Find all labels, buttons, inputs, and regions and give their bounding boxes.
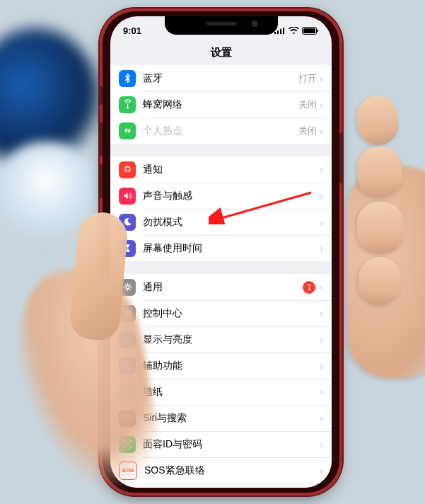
- svg-point-20: [124, 391, 126, 393]
- battery-icon: [302, 27, 319, 35]
- background-decor: [0, 142, 99, 241]
- chevron-right-icon: ›: [320, 217, 323, 228]
- chevron-right-icon: ›: [320, 125, 323, 137]
- row-label: 控制中心: [143, 307, 320, 320]
- chevron-right-icon: ›: [320, 308, 323, 319]
- mute-switch: [98, 86, 103, 105]
- settings-row-bluetooth[interactable]: 蓝牙打开›: [110, 65, 332, 91]
- chevron-right-icon: ›: [320, 413, 323, 424]
- moon-icon: [119, 214, 136, 231]
- svg-point-24: [127, 417, 129, 419]
- row-label: 辅助功能: [143, 360, 320, 372]
- svg-point-17: [127, 391, 129, 393]
- speaker: [206, 22, 237, 25]
- chevron-right-icon: ›: [320, 334, 323, 345]
- settings-row-general[interactable]: 通用1›: [110, 274, 332, 300]
- row-value: 关闭: [298, 98, 317, 111]
- row-label: 个人热点: [143, 125, 298, 137]
- page-title: 设置: [110, 45, 332, 65]
- chevron-right-icon: ›: [320, 465, 323, 476]
- power-button: [339, 132, 344, 183]
- phone-screen: 9:01 设置 蓝牙打开›蜂窝网络关闭›个人热点关闭›通知›声音与触感›勿扰模式…: [110, 16, 332, 488]
- settings-row-wallpaper[interactable]: 墙纸›: [110, 379, 332, 405]
- row-label: 面容ID与密码: [143, 438, 320, 451]
- row-label: 通用: [143, 281, 303, 294]
- wifi-icon: [289, 27, 299, 35]
- phone-frame: 9:01 设置 蓝牙打开›蜂窝网络关闭›个人热点关闭›通知›声音与触感›勿扰模式…: [103, 8, 339, 496]
- siri-icon: [119, 410, 136, 427]
- row-label: 屏幕使用时间: [143, 242, 320, 255]
- notification-badge: 1: [303, 281, 315, 294]
- front-camera: [252, 21, 258, 27]
- settings-row-screentime[interactable]: 屏幕使用时间›: [110, 235, 332, 261]
- settings-row-faceid[interactable]: 面容ID与密码›: [110, 431, 332, 457]
- gear-icon: [119, 279, 136, 296]
- svg-text:A: A: [125, 336, 130, 343]
- settings-row-cellular[interactable]: 蜂窝网络关闭›: [110, 91, 332, 118]
- antenna-icon: [119, 96, 136, 113]
- settings-row-accessibility[interactable]: 辅助功能›: [110, 353, 332, 379]
- settings-row-dnd[interactable]: 勿扰模式›: [110, 209, 332, 235]
- chevron-right-icon: ›: [320, 360, 323, 372]
- svg-point-9: [126, 285, 129, 289]
- volume-up-button: [98, 122, 103, 156]
- chevron-right-icon: ›: [320, 243, 323, 254]
- chevron-right-icon: ›: [320, 282, 323, 293]
- person-icon: [119, 357, 136, 374]
- speaker-icon: [119, 188, 136, 205]
- row-label: 通知: [143, 164, 320, 176]
- settings-row-notifications[interactable]: 通知›: [110, 156, 332, 183]
- settings-group: 通知›声音与触感›勿扰模式›屏幕使用时间›: [110, 156, 332, 261]
- row-label: 声音与触感: [143, 190, 320, 202]
- chevron-right-icon: ›: [320, 99, 323, 110]
- chevron-right-icon: ›: [320, 164, 323, 176]
- bell-icon: [119, 161, 136, 178]
- svg-point-23: [125, 416, 129, 420]
- settings-group: 蓝牙打开›蜂窝网络关闭›个人热点关闭›: [110, 65, 332, 144]
- svg-point-12: [125, 311, 127, 312]
- svg-rect-6: [318, 29, 319, 32]
- row-label: 蜂窝网络: [143, 98, 298, 111]
- row-label: 蓝牙: [143, 72, 298, 85]
- row-label: SOS紧急联络: [144, 464, 320, 477]
- row-label: Siri与搜索: [143, 412, 320, 425]
- svg-rect-1: [277, 30, 279, 34]
- row-label: 墙纸: [143, 386, 320, 399]
- chevron-right-icon: ›: [320, 439, 323, 450]
- chevron-right-icon: ›: [320, 73, 323, 84]
- row-value: 关闭: [298, 125, 317, 137]
- row-label: 勿扰模式: [143, 216, 320, 229]
- settings-row-sounds[interactable]: 声音与触感›: [110, 183, 332, 209]
- row-label: 显示与亮度: [143, 333, 320, 346]
- flower-icon: [119, 384, 136, 401]
- svg-point-21: [129, 391, 131, 393]
- settings-row-siri[interactable]: Siri与搜索›: [110, 405, 332, 431]
- faceid-icon: [119, 436, 136, 453]
- chevron-right-icon: ›: [320, 190, 323, 202]
- aa-icon: A: [119, 331, 136, 348]
- settings-group: 通用1›控制中心›A显示与亮度›辅助功能›墙纸›Siri与搜索›面容ID与密码›…: [110, 274, 332, 488]
- link-icon: [119, 122, 136, 139]
- svg-rect-8: [126, 168, 129, 171]
- settings-row-hotspot[interactable]: 个人热点关闭›: [110, 118, 332, 144]
- bluetooth-icon: [119, 70, 136, 87]
- svg-point-13: [128, 314, 129, 316]
- volume-down-button: [98, 164, 103, 198]
- svg-point-19: [126, 394, 128, 396]
- hourglass-icon: [119, 240, 136, 257]
- svg-point-25: [125, 443, 126, 444]
- svg-rect-3: [283, 28, 284, 34]
- settings-row-battery[interactable]: 电池›: [110, 483, 332, 488]
- svg-rect-5: [303, 28, 315, 33]
- chevron-right-icon: ›: [320, 386, 323, 398]
- row-value: 打开: [298, 72, 317, 85]
- status-time: 9:01: [123, 25, 141, 36]
- svg-point-26: [128, 443, 129, 444]
- switches-icon: [119, 305, 136, 322]
- svg-point-16: [126, 363, 128, 365]
- settings-row-display[interactable]: A显示与亮度›: [110, 326, 332, 353]
- settings-row-sos[interactable]: SOSSOS紧急联络›: [110, 457, 332, 483]
- svg-rect-0: [274, 32, 276, 34]
- settings-row-control-center[interactable]: 控制中心›: [110, 300, 332, 326]
- svg-point-18: [126, 388, 128, 390]
